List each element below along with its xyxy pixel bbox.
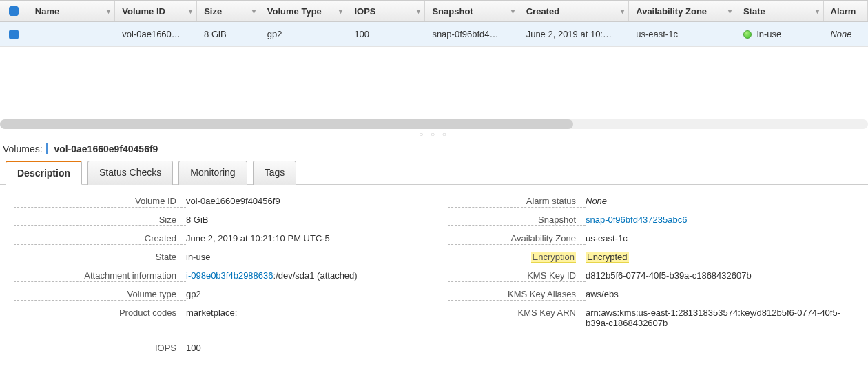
kv-label: Snapshot: [448, 214, 586, 226]
tab-tags[interactable]: Tags: [253, 161, 297, 185]
kv-value: 100: [186, 343, 420, 353]
kv-kms-key-arn: KMS Key ARN arn:aws:kms:us-east-1:281318…: [448, 308, 854, 328]
column-header-created[interactable]: Created▾: [519, 1, 630, 21]
cell-size: 8 GiB: [197, 22, 260, 46]
column-header-volume-type[interactable]: Volume Type▾: [260, 1, 348, 21]
detail-pane-header: Volumes: vol-0ae1660e9f40456f9: [0, 141, 868, 160]
kv-label: Volume type: [14, 289, 186, 301]
chevron-down-icon: ▾: [107, 8, 110, 15]
cell-created: June 2, 2019 at 10:…: [519, 22, 630, 46]
tab-status-checks[interactable]: Status Checks: [87, 161, 173, 185]
pane-resize-handle[interactable]: ○ ○ ○: [0, 129, 868, 141]
column-header-size[interactable]: Size▾: [197, 1, 260, 21]
tab-description[interactable]: Description: [6, 161, 82, 185]
column-label: Snapshot: [432, 6, 473, 17]
column-label: Volume Type: [267, 6, 322, 17]
state-text: in-use: [757, 29, 781, 39]
cell-alarm: None: [823, 22, 868, 46]
chevron-down-icon: ▾: [339, 8, 342, 15]
kv-value: 8 GiB: [186, 214, 420, 225]
detail-tabs: Description Status Checks Monitoring Tag…: [0, 160, 868, 185]
chevron-down-icon: ▾: [189, 8, 192, 15]
chevron-down-icon: ▾: [252, 8, 256, 15]
kv-created: Created June 2, 2019 at 10:21:10 PM UTC-…: [14, 233, 420, 245]
column-header-snapshot[interactable]: Snapshot▾: [425, 1, 519, 21]
cell-snapshot: snap-0f96bfd4…: [425, 22, 519, 46]
cell-iops: 100: [347, 22, 425, 46]
column-header-alarm[interactable]: Alarm: [824, 1, 869, 21]
header-select-all[interactable]: [0, 1, 28, 21]
chevron-down-icon: ▾: [511, 8, 515, 15]
column-header-iops[interactable]: IOPS▾: [347, 1, 425, 21]
kv-value: us-east-1c: [586, 233, 854, 243]
details-left-column: Volume ID vol-0ae1660e9f40456f9 Size 8 G…: [14, 196, 420, 361]
checkbox-icon: [9, 6, 19, 16]
kv-volume-type: Volume type gp2: [14, 289, 420, 301]
column-label: Availability Zone: [636, 6, 707, 17]
chevron-down-icon: ▾: [816, 8, 819, 15]
kv-value: in-use: [186, 252, 420, 262]
kv-label: State: [14, 252, 186, 263]
kv-label: Availability Zone: [448, 233, 586, 245]
kv-size: Size 8 GiB: [14, 214, 420, 226]
kv-value: Encrypted: [586, 252, 854, 262]
kv-label: Product codes: [14, 308, 186, 319]
cell-state: in-use: [736, 22, 824, 46]
highlight-icon: Encryption: [531, 252, 576, 262]
kv-value: snap-0f96bfd437235abc6: [586, 214, 854, 225]
kv-label: KMS Key Aliases: [448, 289, 586, 301]
cell-name: [28, 22, 116, 46]
kv-value: d812b5f6-0774-40f5-b39a-c1868432607b: [586, 270, 854, 281]
kv-label: Alarm status: [448, 196, 586, 208]
highlight-icon: Encrypted: [586, 252, 629, 262]
volumes-table: Name▾ Volume ID▾ Size▾ Volume Type▾ IOPS…: [0, 0, 868, 129]
attachment-suffix: :/dev/sda1 (attached): [273, 270, 358, 281]
kv-snapshot: Snapshot snap-0f96bfd437235abc6: [448, 214, 854, 226]
snapshot-link[interactable]: snap-0f96bfd437235abc6: [586, 214, 687, 225]
text-cursor-icon: [46, 143, 48, 154]
instance-link[interactable]: i-098e0b3f4b2988636: [186, 270, 273, 281]
cell-az: us-east-1c: [629, 22, 736, 46]
cell-volume-type: gp2: [260, 22, 348, 46]
column-label: Name: [35, 6, 59, 17]
detail-prefix: Volumes:: [3, 143, 43, 154]
cell-volume-id: vol-0ae1660…: [115, 22, 197, 46]
kv-label: Created: [14, 233, 186, 245]
kv-product-codes: Product codes marketplace:: [14, 308, 420, 319]
kv-value: i-098e0b3f4b2988636:/dev/sda1 (attached): [186, 270, 420, 281]
kv-value: None: [586, 196, 854, 206]
kv-availability-zone: Availability Zone us-east-1c: [448, 233, 854, 245]
kv-volume-id: Volume ID vol-0ae1660e9f40456f9: [14, 196, 420, 208]
kv-label: KMS Key ID: [448, 270, 586, 282]
table-row[interactable]: vol-0ae1660… 8 GiB gp2 100 snap-0f96bfd4…: [0, 22, 868, 47]
chevron-down-icon: ▾: [417, 8, 420, 15]
kv-iops: IOPS 100: [14, 343, 420, 354]
kv-kms-key-aliases: KMS Key Aliases aws/ebs: [448, 289, 854, 301]
column-header-volume-id[interactable]: Volume ID▾: [115, 1, 197, 21]
checkbox-icon: [9, 30, 19, 39]
details-right-column: Alarm status None Snapshot snap-0f96bfd4…: [448, 196, 854, 361]
kv-value: arn:aws:kms:us-east-1:281318353574:key/d…: [586, 308, 854, 328]
column-label: Alarm: [831, 6, 856, 17]
column-header-az[interactable]: Availability Zone▾: [629, 1, 736, 21]
kv-label: Encryption: [448, 252, 586, 263]
kv-label: Size: [14, 214, 186, 226]
kv-value: June 2, 2019 at 10:21:10 PM UTC-5: [186, 233, 420, 243]
kv-label: IOPS: [14, 343, 186, 354]
column-label: Size: [204, 6, 222, 17]
column-label: State: [743, 6, 765, 17]
column-header-state[interactable]: State▾: [736, 1, 824, 21]
kv-kms-key-id: KMS Key ID d812b5f6-0774-40f5-b39a-c1868…: [448, 270, 854, 282]
kv-value: gp2: [186, 289, 420, 299]
kv-alarm-status: Alarm status None: [448, 196, 854, 208]
scrollbar-thumb[interactable]: [0, 119, 573, 129]
kv-label: KMS Key ARN: [448, 308, 586, 319]
horizontal-scrollbar[interactable]: [0, 119, 868, 129]
table-header-row: Name▾ Volume ID▾ Size▾ Volume Type▾ IOPS…: [0, 0, 868, 22]
column-label: IOPS: [354, 6, 375, 17]
row-checkbox[interactable]: [0, 22, 28, 46]
alarm-status-text: None: [586, 196, 607, 206]
column-header-name[interactable]: Name▾: [28, 1, 116, 21]
kv-label: Attachment information: [14, 270, 186, 282]
tab-monitoring[interactable]: Monitoring: [178, 161, 247, 185]
